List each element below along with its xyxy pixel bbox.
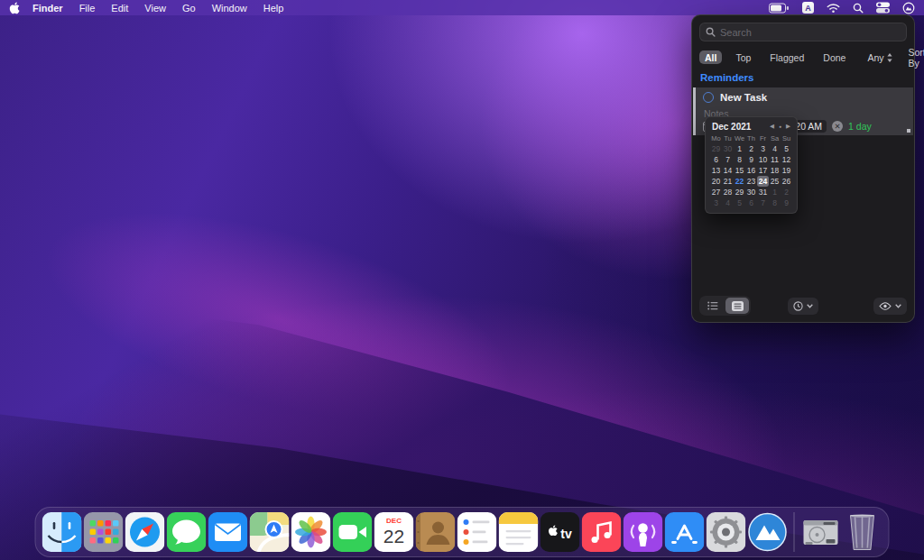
calendar-day[interactable]: 18: [769, 165, 781, 176]
wifi-icon[interactable]: [827, 3, 840, 14]
desktop: Finder FileEditViewGoWindowHelp A: [0, 0, 924, 560]
calendar-day[interactable]: 12: [781, 154, 792, 165]
calendar-day[interactable]: 31: [757, 187, 769, 197]
calendar-day[interactable]: 28: [722, 187, 734, 197]
battery-icon[interactable]: [769, 3, 790, 14]
prev-month-button[interactable]: ◀: [770, 124, 774, 130]
calendar-day[interactable]: 29: [734, 187, 745, 197]
dock-item-music[interactable]: [582, 512, 622, 552]
calendar-day[interactable]: 8: [734, 154, 745, 165]
calendar-day[interactable]: 6: [745, 197, 757, 208]
dock-item-finder[interactable]: [42, 512, 82, 552]
calendar-day[interactable]: 21: [722, 176, 734, 187]
calendar-day[interactable]: 13: [710, 165, 722, 176]
calendar-day[interactable]: 30: [722, 143, 734, 154]
dock-item-drive[interactable]: [801, 512, 841, 552]
filter-tab-top[interactable]: Top: [730, 50, 756, 64]
dock-item-notes[interactable]: [499, 512, 539, 552]
calendar-day[interactable]: 2: [781, 187, 792, 197]
calendar-day[interactable]: 30: [745, 187, 757, 197]
calendar-day[interactable]: 4: [722, 197, 734, 208]
dock-item-safari[interactable]: [125, 512, 165, 552]
calendar-day[interactable]: 19: [781, 165, 792, 176]
menu-item-view[interactable]: View: [144, 3, 166, 14]
calendar-day[interactable]: 6: [710, 154, 722, 165]
calendar-day[interactable]: 29: [710, 143, 722, 154]
dock: DEC22tv: [35, 507, 890, 557]
calendar-day[interactable]: 10: [757, 154, 769, 165]
input-source-icon[interactable]: A: [802, 2, 814, 14]
dock-item-photos[interactable]: [291, 512, 331, 552]
calendar-day[interactable]: 23: [745, 176, 757, 187]
dock-item-appletv[interactable]: tv: [541, 512, 580, 552]
filter-tab-all[interactable]: All: [699, 50, 722, 64]
dock-item-reminders[interactable]: [457, 512, 497, 552]
compact-list-view-button[interactable]: [701, 298, 725, 314]
calendar-day[interactable]: 5: [781, 143, 792, 154]
dock-item-appcleaner[interactable]: [748, 512, 788, 552]
calendar-day[interactable]: 9: [781, 197, 792, 208]
calendar-day[interactable]: 24: [757, 176, 769, 187]
filter-tab-flagged[interactable]: Flagged: [764, 50, 809, 64]
calendar-day[interactable]: 27: [710, 187, 722, 197]
menu-item-file[interactable]: File: [79, 3, 96, 14]
dock-item-trash[interactable]: [843, 512, 882, 552]
control-center-icon[interactable]: [876, 2, 890, 14]
calendar-day[interactable]: 5: [734, 197, 745, 208]
calendar-day[interactable]: 4: [769, 143, 781, 154]
clear-date-button[interactable]: ✕: [832, 121, 843, 132]
calendar-day[interactable]: 15: [734, 165, 745, 176]
calendar-day[interactable]: 25: [769, 176, 781, 187]
calendar-day[interactable]: 16: [745, 165, 757, 176]
task-title[interactable]: New Task: [720, 92, 767, 103]
calendar-day[interactable]: 26: [781, 176, 792, 187]
sort-by-dropdown[interactable]: Sort By: [909, 47, 924, 69]
calendar-day[interactable]: 8: [769, 197, 781, 208]
dock-item-appstore[interactable]: [665, 512, 705, 552]
menu-item-window[interactable]: Window: [212, 3, 247, 14]
app-menubar-icon[interactable]: [902, 2, 915, 14]
calendar-day[interactable]: 2: [745, 143, 757, 154]
calendar-day[interactable]: 11: [769, 154, 781, 165]
dock-item-systemprefs[interactable]: [707, 512, 746, 552]
calendar-day[interactable]: 3: [757, 143, 769, 154]
apple-menu-icon[interactable]: [9, 2, 20, 14]
calendar-day[interactable]: 9: [745, 154, 757, 165]
dock-item-launchpad[interactable]: [84, 512, 124, 552]
calendar-day[interactable]: 1: [734, 143, 745, 154]
task-complete-ring[interactable]: [703, 92, 714, 103]
menu-item-help[interactable]: Help: [263, 3, 284, 14]
calendar-day[interactable]: 3: [710, 197, 722, 208]
calendar-day[interactable]: 14: [722, 165, 734, 176]
dock-item-podcasts[interactable]: [624, 512, 663, 552]
reminders-section-header: Reminders: [700, 72, 753, 83]
calendar-day[interactable]: 20: [710, 176, 722, 187]
menu-item-go[interactable]: Go: [182, 3, 196, 14]
dock-item-facetime[interactable]: [333, 512, 373, 552]
calendar-day[interactable]: 7: [722, 154, 734, 165]
today-button[interactable]: ●: [779, 124, 781, 129]
calendar-day[interactable]: 1: [769, 187, 781, 197]
dock-item-calendar[interactable]: DEC22: [374, 512, 414, 552]
calendar-day[interactable]: 17: [757, 165, 769, 176]
calendar-day[interactable]: 7: [757, 197, 769, 208]
calendar-day[interactable]: 22: [734, 176, 745, 187]
snooze-dropdown-button[interactable]: [788, 298, 818, 315]
search-input[interactable]: Search: [699, 23, 907, 41]
menu-item-edit[interactable]: Edit: [111, 3, 128, 14]
any-select[interactable]: Any: [867, 52, 892, 63]
next-month-button[interactable]: ▶: [786, 124, 790, 130]
dock-item-maps[interactable]: [250, 512, 290, 552]
menu-app-name[interactable]: Finder: [32, 3, 63, 14]
dock-item-contacts[interactable]: [416, 512, 456, 552]
visibility-dropdown-button[interactable]: [873, 298, 907, 315]
dock-item-messages[interactable]: [167, 512, 207, 552]
day-grid: 2930123456789101112131415161718192021222…: [710, 143, 792, 208]
dock-item-mail[interactable]: [208, 512, 248, 552]
spotlight-icon[interactable]: [853, 3, 864, 14]
card-list-view-button[interactable]: [725, 298, 749, 314]
filter-tab-done[interactable]: Done: [818, 50, 851, 64]
dock-divider: [794, 512, 795, 552]
resize-handle[interactable]: [907, 129, 910, 133]
weekday-label: Tu: [722, 133, 734, 143]
